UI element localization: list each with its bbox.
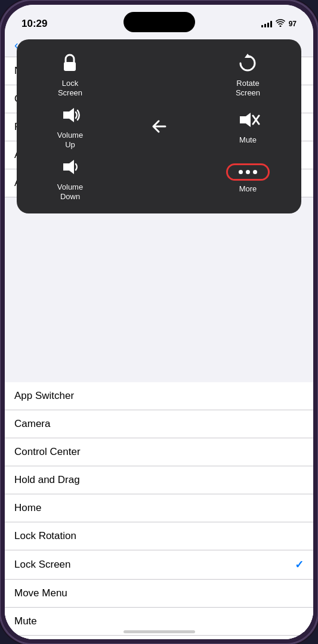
status-icons: 97 <box>261 19 297 29</box>
settings-item-text: Lock Screen <box>14 559 71 571</box>
settings-item-text: Home <box>14 502 41 514</box>
svg-marker-6 <box>63 160 74 174</box>
popup-lock-screen[interactable]: LockScreen <box>58 51 82 97</box>
popup-back-arrow[interactable] <box>149 116 170 137</box>
settings-item-home[interactable]: Home <box>5 494 313 522</box>
settings-item-text: Mute <box>14 615 37 627</box>
lock-screen-label: LockScreen <box>58 79 82 97</box>
home-indicator <box>124 630 195 633</box>
popup-overlay: LockScreen RotateScreen Vol <box>17 39 301 213</box>
svg-rect-0 <box>64 62 76 71</box>
lock-icon <box>58 51 82 75</box>
settings-item-app-switcher[interactable]: App Switcher <box>5 382 313 410</box>
settings-content: App Switcher Camera Control Center Hold … <box>5 382 313 639</box>
settings-item-move-menu[interactable]: Move Menu <box>5 580 313 608</box>
rotate-icon <box>236 51 260 75</box>
popup-volume-down[interactable]: VolumeDown <box>57 155 83 201</box>
volume-down-label: VolumeDown <box>57 182 83 201</box>
phone-screen: 10:29 97 <box>5 5 313 639</box>
arrow-left-icon <box>149 116 170 137</box>
settings-item-text: App Switcher <box>14 390 74 402</box>
phone-frame: 10:29 97 <box>0 0 318 644</box>
volume-up-icon <box>58 103 82 127</box>
settings-item-lock-rotation[interactable]: Lock Rotation <box>5 522 313 550</box>
settings-item-notification-center[interactable]: Notification Center <box>5 636 313 639</box>
settings-item-text: Camera <box>14 418 50 430</box>
svg-marker-3 <box>240 113 251 127</box>
checkmark-icon: ✓ <box>295 558 304 571</box>
volume-up-label: VolumeUp <box>57 131 83 149</box>
wifi-icon <box>276 19 285 29</box>
mute-icon <box>236 108 260 132</box>
status-time: 10:29 <box>21 18 47 30</box>
dot-2 <box>246 170 250 174</box>
popup-volume-up[interactable]: VolumeUp <box>57 103 83 149</box>
settings-list: App Switcher Camera Control Center Hold … <box>5 382 313 639</box>
settings-item-hold-and-drag[interactable]: Hold and Drag <box>5 466 313 494</box>
popup-empty-bottom-center <box>118 155 200 201</box>
settings-item-text: Hold and Drag <box>14 474 80 486</box>
popup-empty-top-center <box>118 51 200 97</box>
more-label: More <box>239 184 257 193</box>
volume-down-icon <box>58 155 82 179</box>
popup-mute[interactable]: Mute <box>236 108 260 145</box>
settings-item-camera[interactable]: Camera <box>5 410 313 438</box>
dynamic-island <box>124 12 195 32</box>
popup-menu: LockScreen RotateScreen Vol <box>17 39 301 213</box>
settings-item-text: Lock Rotation <box>14 530 76 542</box>
dot-3 <box>253 170 257 174</box>
battery-percent: 97 <box>289 20 297 28</box>
settings-item-text: Move Menu <box>14 587 67 599</box>
settings-item-lock-screen[interactable]: Lock Screen ✓ <box>5 550 313 580</box>
settings-item-text: Control Center <box>14 446 81 458</box>
settings-item-control-center[interactable]: Control Center <box>5 438 313 466</box>
svg-marker-2 <box>63 108 74 122</box>
more-dots-button[interactable] <box>226 163 270 181</box>
rotate-screen-label: RotateScreen <box>236 79 260 97</box>
signal-bars-icon <box>261 20 272 27</box>
popup-more[interactable]: More <box>226 163 270 193</box>
dot-1 <box>239 170 243 174</box>
popup-rotate-screen[interactable]: RotateScreen <box>236 51 260 97</box>
mute-label: Mute <box>239 135 257 145</box>
battery-icon: 97 <box>289 20 297 28</box>
